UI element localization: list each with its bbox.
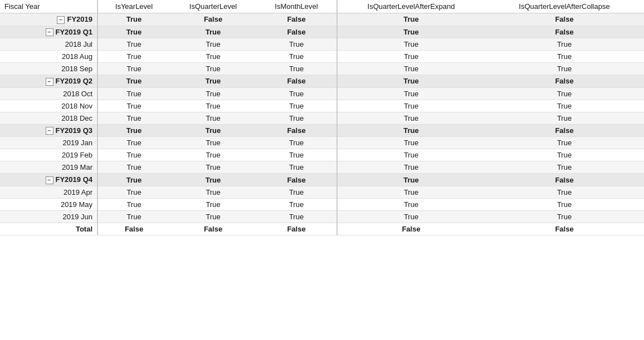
table-row: 2019 FebTrueTrueTrueTrueTrue bbox=[0, 149, 644, 161]
row-label: 2019 Jan bbox=[63, 139, 93, 147]
value-cell: False bbox=[485, 124, 644, 137]
value-cell: True bbox=[170, 26, 256, 38]
value-cell: True bbox=[170, 87, 256, 100]
header-is-quarter-level-after-collapse: IsQuarterLevelAfterCollapse bbox=[485, 0, 644, 13]
value-cell: False bbox=[485, 26, 644, 38]
fiscal-year-cell: −FY2019 Q3 bbox=[0, 124, 97, 137]
collapse-icon[interactable]: − bbox=[46, 28, 53, 36]
value-cell: True bbox=[337, 100, 485, 112]
value-cell: True bbox=[337, 137, 485, 149]
table-row: 2019 AprTrueTrueTrueTrueTrue bbox=[0, 186, 644, 198]
value-cell: True bbox=[485, 63, 644, 75]
fiscal-year-cell: 2019 Jun bbox=[0, 210, 97, 223]
fiscal-year-cell: 2018 Nov bbox=[0, 100, 97, 112]
table-row: −FY2019 Q4TrueTrueFalseTrueFalse bbox=[0, 174, 644, 186]
value-cell: True bbox=[485, 137, 644, 149]
value-cell: True bbox=[256, 100, 337, 112]
row-label: 2018 Aug bbox=[62, 52, 92, 61]
value-cell: True bbox=[337, 13, 485, 26]
row-label: 2019 Apr bbox=[64, 188, 92, 196]
fiscal-year-cell: 2019 Apr bbox=[0, 186, 97, 198]
value-cell: True bbox=[337, 38, 485, 51]
value-cell: False bbox=[485, 174, 644, 186]
fiscal-year-cell: −FY2019 bbox=[0, 13, 97, 26]
value-cell: True bbox=[256, 38, 337, 51]
value-cell: True bbox=[256, 198, 337, 210]
row-label: 2018 Dec bbox=[61, 114, 92, 122]
fiscal-year-cell: −FY2019 Q4 bbox=[0, 174, 97, 186]
value-cell: False bbox=[170, 13, 256, 26]
value-cell: False bbox=[170, 223, 256, 235]
value-cell: True bbox=[256, 161, 337, 174]
value-cell: True bbox=[97, 26, 170, 38]
value-cell: True bbox=[337, 161, 485, 174]
row-label: 2018 Jul bbox=[65, 40, 92, 48]
table-row: 2018 DecTrueTrueTrueTrueTrue bbox=[0, 112, 644, 124]
value-cell: True bbox=[337, 198, 485, 210]
main-table-container: Fiscal Year IsYearLevel IsQuarterLevel I… bbox=[0, 0, 644, 235]
value-cell: True bbox=[256, 51, 337, 63]
table-body: −FY2019TrueFalseFalseTrueFalse−FY2019 Q1… bbox=[0, 13, 644, 235]
value-cell: True bbox=[97, 51, 170, 63]
value-cell: True bbox=[485, 51, 644, 63]
value-cell: True bbox=[97, 174, 170, 186]
value-cell: True bbox=[97, 198, 170, 210]
value-cell: False bbox=[485, 223, 644, 235]
header-fiscal-year: Fiscal Year bbox=[0, 0, 97, 13]
fiscal-year-cell: 2018 Aug bbox=[0, 51, 97, 63]
value-cell: True bbox=[256, 210, 337, 223]
value-cell: False bbox=[256, 124, 337, 137]
table-row: TotalFalseFalseFalseFalseFalse bbox=[0, 223, 644, 235]
table-row: 2019 JanTrueTrueTrueTrueTrue bbox=[0, 137, 644, 149]
row-label: 2018 Sep bbox=[61, 65, 92, 73]
value-cell: True bbox=[170, 112, 256, 124]
table-row: −FY2019 Q3TrueTrueFalseTrueFalse bbox=[0, 124, 644, 137]
table-row: 2018 JulTrueTrueTrueTrueTrue bbox=[0, 38, 644, 51]
fiscal-year-cell: −FY2019 Q2 bbox=[0, 75, 97, 88]
table-row: 2018 OctTrueTrueTrueTrueTrue bbox=[0, 87, 644, 100]
value-cell: True bbox=[97, 100, 170, 112]
value-cell: True bbox=[337, 75, 485, 88]
row-label: 2018 Nov bbox=[61, 102, 92, 110]
table-row: −FY2019TrueFalseFalseTrueFalse bbox=[0, 13, 644, 26]
fiscal-year-cell: 2019 Mar bbox=[0, 161, 97, 174]
row-label: FY2019 bbox=[67, 15, 92, 23]
row-label: 2019 Jun bbox=[63, 213, 93, 221]
value-cell: False bbox=[337, 223, 485, 235]
fiscal-year-cell: Total bbox=[0, 223, 97, 235]
fiscal-year-cell: 2018 Jul bbox=[0, 38, 97, 51]
value-cell: True bbox=[337, 174, 485, 186]
value-cell: True bbox=[337, 124, 485, 137]
value-cell: True bbox=[337, 210, 485, 223]
table-row: −FY2019 Q1TrueTrueFalseTrueFalse bbox=[0, 26, 644, 38]
value-cell: True bbox=[485, 112, 644, 124]
value-cell: True bbox=[485, 186, 644, 198]
value-cell: True bbox=[170, 100, 256, 112]
value-cell: True bbox=[170, 198, 256, 210]
row-label: FY2019 Q4 bbox=[56, 175, 93, 184]
value-cell: True bbox=[256, 87, 337, 100]
table-row: 2019 MayTrueTrueTrueTrueTrue bbox=[0, 198, 644, 210]
collapse-icon[interactable]: − bbox=[46, 127, 53, 135]
value-cell: False bbox=[256, 26, 337, 38]
table-row: 2019 MarTrueTrueTrueTrueTrue bbox=[0, 161, 644, 174]
collapse-icon[interactable]: − bbox=[57, 16, 65, 24]
value-cell: True bbox=[485, 100, 644, 112]
value-cell: True bbox=[337, 51, 485, 63]
row-label: FY2019 Q1 bbox=[56, 28, 93, 36]
value-cell: True bbox=[170, 75, 256, 88]
value-cell: False bbox=[485, 75, 644, 88]
value-cell: False bbox=[256, 13, 337, 26]
value-cell: False bbox=[485, 13, 644, 26]
value-cell: True bbox=[485, 161, 644, 174]
value-cell: True bbox=[485, 149, 644, 161]
value-cell: True bbox=[97, 63, 170, 75]
row-label: FY2019 Q2 bbox=[56, 77, 93, 85]
value-cell: True bbox=[97, 87, 170, 100]
collapse-icon[interactable]: − bbox=[46, 176, 53, 184]
header-is-year-level: IsYearLevel bbox=[97, 0, 170, 13]
header-is-month-level: IsMonthLevel bbox=[256, 0, 337, 13]
collapse-icon[interactable]: − bbox=[46, 78, 53, 86]
fiscal-year-cell: 2019 Feb bbox=[0, 149, 97, 161]
row-label: 2019 Mar bbox=[62, 163, 92, 171]
